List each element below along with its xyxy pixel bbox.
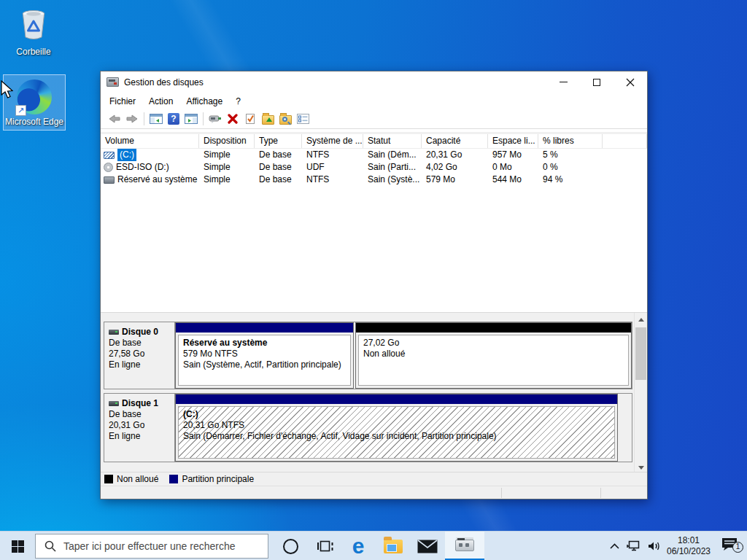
menu-help[interactable]: ?	[229, 94, 247, 109]
search-input[interactable]	[63, 540, 246, 552]
menu-action[interactable]: Action	[142, 94, 179, 109]
edge-legacy-icon: e	[352, 535, 365, 557]
search-icon	[44, 540, 56, 552]
cd-rom-icon	[104, 163, 113, 172]
minimize-button[interactable]	[546, 71, 580, 93]
volume-row-c[interactable]: (C:) Simple De base NTFS Sain (Dém... 20…	[101, 149, 647, 161]
cell-statut: Sain (Dém...	[363, 149, 422, 161]
volume-tray-button[interactable]	[644, 532, 665, 560]
clock[interactable]: 18:01 06/10/2023	[662, 532, 715, 560]
forward-button[interactable]	[123, 111, 141, 127]
legend-swatch-primary-partition	[169, 475, 178, 483]
disk-1-block: Disque 1 De base 20,31 Go En ligne (C:) …	[104, 393, 632, 462]
partition-color-bar	[356, 323, 631, 332]
title-bar[interactable]: Gestion des disques	[101, 71, 647, 93]
column-header-volume[interactable]: Volume	[101, 134, 199, 148]
maximize-icon	[593, 79, 600, 86]
volume-row-esd-iso[interactable]: ESD-ISO (D:) Simple De base UDF Sain (Pa…	[101, 161, 647, 174]
column-header-pct-libres[interactable]: % libres	[538, 134, 603, 148]
chevron-up-icon	[638, 315, 644, 322]
disk-state: En ligne	[109, 431, 171, 442]
menu-fichier[interactable]: Fichier	[103, 94, 142, 109]
clock-time: 18:01	[667, 535, 711, 546]
disk-management-taskbar-button[interactable]	[445, 532, 484, 560]
task-view-icon	[317, 540, 333, 553]
disk-0-label-panel[interactable]: Disque 0 De base 27,58 Go En ligne	[104, 322, 175, 389]
statusbar-divider	[600, 488, 601, 498]
partition-size: 20,31 Go NTFS	[183, 420, 614, 431]
legend-label: Partition principale	[182, 474, 254, 484]
task-view-button[interactable]	[311, 532, 340, 560]
close-button[interactable]	[614, 71, 647, 93]
cell-type: De base	[255, 174, 302, 186]
delete-button[interactable]	[224, 111, 241, 127]
desktop-icon-recycle-bin[interactable]: Corbeille	[3, 6, 64, 57]
disk-management-window: Gestion des disques Fichier Action Affic…	[100, 71, 648, 499]
check-document-button[interactable]	[241, 111, 259, 127]
edge-taskbar-button[interactable]: e	[343, 532, 374, 560]
action-center-button[interactable]: 1	[716, 532, 743, 560]
show-action-pane-button[interactable]	[182, 111, 200, 127]
show-console-tree-button[interactable]	[147, 111, 165, 127]
folder-search-button[interactable]	[276, 111, 294, 127]
cell-filesystem: UDF	[302, 161, 363, 174]
column-header-capacite[interactable]: Capacité	[422, 134, 488, 148]
scrollbar-thumb[interactable]	[635, 327, 646, 380]
properties-list-icon	[297, 114, 309, 124]
status-bar	[101, 486, 647, 499]
disk-size: 27,58 Go	[109, 349, 171, 359]
action-pane-icon	[185, 114, 198, 124]
partition-status: Non alloué	[363, 349, 628, 359]
disk-console-icon	[209, 114, 222, 124]
cortana-button[interactable]	[276, 532, 305, 560]
partition-color-bar	[176, 323, 353, 332]
folder-export-button[interactable]	[259, 111, 276, 127]
partition-c-selected[interactable]: (C:) 20,31 Go NTFS Sain (Démarrer, Fichi…	[175, 394, 618, 462]
desktop: Corbeille ↗ Microsoft Edge Gestion des d…	[0, 0, 747, 560]
disk-type: De base	[109, 338, 171, 349]
toolbar-separator	[203, 112, 204, 125]
column-header-blank	[603, 134, 647, 148]
file-explorer-button[interactable]	[378, 532, 409, 560]
cell-pct-libres: 94 %	[538, 174, 603, 186]
properties-list-button[interactable]	[294, 111, 311, 127]
volume-row-reserve-systeme[interactable]: Réservé au système Simple De base NTFS S…	[101, 174, 647, 186]
disk-1-label-panel[interactable]: Disque 1 De base 20,31 Go En ligne	[104, 394, 175, 462]
cell-filesystem: NTFS	[302, 149, 363, 161]
volume-name: ESD-ISO (D:)	[116, 161, 169, 174]
column-header-type[interactable]: Type	[255, 134, 302, 148]
list-header: Volume Disposition Type Système de ... S…	[101, 134, 647, 149]
mail-button[interactable]	[412, 532, 443, 560]
partition-reserve-systeme[interactable]: Réservé au système 579 Mo NTFS Sain (Sys…	[175, 322, 354, 389]
scroll-up-button[interactable]	[635, 313, 647, 325]
menu-affichage[interactable]: Affichage	[179, 94, 229, 109]
hard-drive-icon	[104, 152, 115, 159]
partition-size: 579 Mo NTFS	[183, 349, 350, 359]
maximize-button[interactable]	[580, 71, 614, 93]
cell-filesystem: NTFS	[302, 174, 363, 186]
cell-capacite: 20,31 Go	[422, 149, 488, 161]
disk-type: De base	[109, 409, 171, 420]
mail-icon	[417, 540, 438, 553]
cell-capacite: 579 Mo	[422, 174, 488, 186]
column-header-disposition[interactable]: Disposition	[199, 134, 255, 148]
disk-name: Disque 1	[122, 398, 158, 409]
network-tray-button[interactable]	[624, 532, 644, 560]
partition-unallocated[interactable]: 27,02 Go Non alloué	[355, 322, 632, 389]
vertical-scrollbar[interactable]	[634, 313, 646, 474]
legend-bar: Non alloué Partition principale	[101, 472, 647, 486]
help-button[interactable]: ?	[165, 111, 182, 127]
tray-expand-button[interactable]	[605, 532, 623, 560]
network-icon	[627, 540, 641, 552]
disk-console-button[interactable]	[206, 111, 224, 127]
back-icon	[109, 114, 120, 123]
start-button[interactable]	[0, 532, 35, 560]
taskbar-search[interactable]	[35, 534, 268, 559]
back-button[interactable]	[106, 111, 123, 127]
partition-title: (C:)	[183, 409, 614, 420]
column-header-filesystem[interactable]: Système de ...	[302, 134, 363, 148]
column-header-statut[interactable]: Statut	[363, 134, 422, 148]
cell-disposition: Simple	[199, 149, 255, 161]
cell-espace-libre: 957 Mo	[488, 149, 538, 161]
column-header-espace-libre[interactable]: Espace li...	[488, 134, 538, 148]
